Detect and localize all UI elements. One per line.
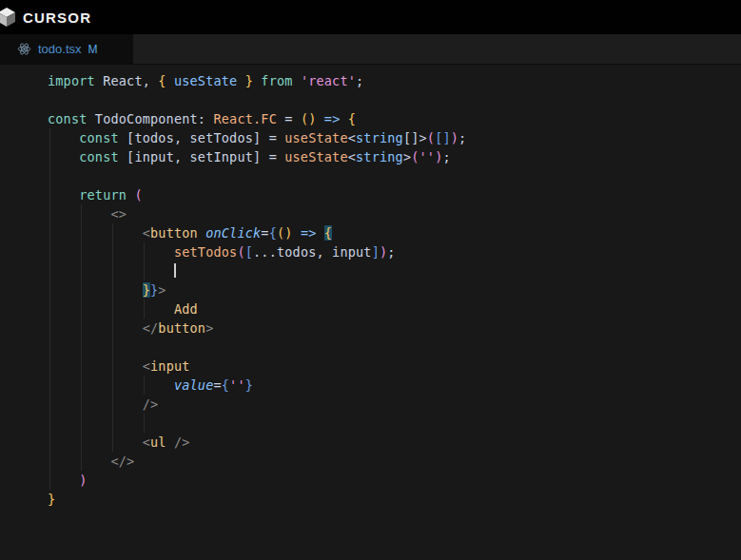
code-token: = <box>213 377 221 393</box>
code-token: > <box>158 282 166 298</box>
code-token: 'react' <box>301 73 356 88</box>
code-token: return <box>79 187 127 203</box>
code-token <box>340 111 347 126</box>
code-line[interactable]: const [todos, setTodos] = useState<strin… <box>48 128 466 147</box>
code-token: } <box>143 282 150 298</box>
code-token: '' <box>419 149 436 164</box>
code-editor[interactable]: import React, { useState } from 'react';… <box>0 65 741 560</box>
code-line[interactable]: Add <box>48 299 466 319</box>
code-line[interactable] <box>48 338 466 357</box>
code-line[interactable] <box>48 90 466 109</box>
code-token: <> <box>110 206 127 222</box>
code-token <box>48 377 174 393</box>
code-token: button <box>158 320 205 336</box>
code-token: ( <box>427 130 435 145</box>
code-token: const <box>48 111 88 126</box>
code-token: } <box>245 73 253 88</box>
code-token: () <box>301 111 317 126</box>
code-token: ( <box>237 244 244 260</box>
code-token: { <box>222 377 229 393</box>
code-line[interactable]: </> <box>48 452 466 471</box>
code-token: } <box>245 377 253 393</box>
code-token: ( <box>134 187 142 203</box>
code-line[interactable]: <ul /> <box>48 433 466 452</box>
code-line[interactable]: /> <box>48 395 466 414</box>
code-token <box>48 149 79 164</box>
code-token: input <box>150 358 190 374</box>
code-token: { <box>269 225 277 241</box>
code-line[interactable]: <button onClick={() => { <box>48 223 466 242</box>
code-line[interactable]: value={''} <box>48 376 466 395</box>
code-token <box>198 225 205 241</box>
code-token: < <box>143 358 150 374</box>
react-icon <box>17 42 31 56</box>
code-token: React.FC <box>213 111 276 126</box>
code-line[interactable]: setTodos([...todos, input]); <box>48 242 466 261</box>
titlebar: CURSOR <box>0 0 741 34</box>
code-line[interactable] <box>48 414 466 433</box>
code-line[interactable]: } <box>48 490 466 509</box>
code-line[interactable]: const [input, setInput] = useState<strin… <box>48 147 466 166</box>
code-token: ; <box>387 244 395 260</box>
code-token: ) <box>79 473 87 488</box>
tab-filename: todo.tsx <box>38 42 82 56</box>
code-token: ...todos, input <box>253 244 372 260</box>
code-token: => <box>324 111 341 126</box>
code-token: > <box>403 149 411 164</box>
code-token <box>48 358 143 374</box>
code-token: < <box>143 225 150 241</box>
code-token: ; <box>442 149 450 164</box>
code-token: '' <box>229 377 245 393</box>
code-token: => <box>301 225 317 241</box>
code-token: () <box>277 225 293 241</box>
code-token <box>48 301 174 317</box>
code-token <box>317 111 324 126</box>
code-line[interactable]: </button> <box>48 319 466 338</box>
code-token: onClick <box>205 225 261 241</box>
code-token <box>48 454 110 469</box>
code-token: []> <box>403 130 427 145</box>
code-token: const <box>79 149 119 164</box>
code-token: string <box>356 130 403 145</box>
code-token <box>48 130 79 145</box>
code-token: { <box>348 111 356 126</box>
code-token: setTodos <box>174 244 237 260</box>
code-token <box>293 225 301 241</box>
code-line[interactable]: <input <box>48 357 466 376</box>
tab-todo-tsx[interactable]: todo.tsx M <box>0 34 133 64</box>
code-token: { <box>158 73 166 88</box>
code-token: value <box>174 377 214 393</box>
code-line[interactable] <box>48 166 466 185</box>
code-token <box>48 473 79 488</box>
code-token: /> <box>143 396 159 412</box>
code-token <box>48 187 79 203</box>
code-token: ; <box>356 73 363 88</box>
text-caret <box>174 263 176 278</box>
code-lines: import React, { useState } from 'react';… <box>0 71 466 509</box>
code-token: Add <box>174 301 198 317</box>
git-modified-badge: M <box>88 43 98 56</box>
code-token: </ <box>143 320 159 336</box>
code-line[interactable]: ) <box>48 471 466 490</box>
code-token: useState <box>284 149 347 164</box>
code-line[interactable]: <> <box>48 204 466 223</box>
code-token: ] <box>372 244 380 260</box>
code-token: } <box>48 492 55 507</box>
code-token <box>48 434 143 450</box>
code-token: = <box>277 111 301 126</box>
code-token <box>48 244 174 260</box>
code-token: [input, setInput] = <box>119 149 284 164</box>
code-line[interactable]: return ( <box>48 185 466 204</box>
code-line[interactable]: const TodoComponent: React.FC = () => { <box>48 109 466 128</box>
code-token: [ <box>245 244 253 260</box>
code-token <box>48 396 143 412</box>
code-line[interactable] <box>48 261 466 280</box>
code-token <box>166 434 174 450</box>
code-line[interactable]: import React, { useState } from 'react'; <box>48 71 466 90</box>
code-line[interactable]: }}> <box>48 280 466 299</box>
code-token: useState <box>284 130 347 145</box>
code-token <box>48 225 143 241</box>
code-token: string <box>356 149 403 164</box>
code-token <box>48 320 143 336</box>
code-token: const <box>79 130 119 145</box>
